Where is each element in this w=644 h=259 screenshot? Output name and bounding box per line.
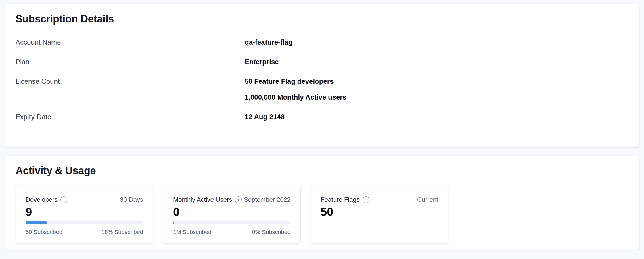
developers-metric-label: Developers [26, 196, 57, 203]
developers-period-label: 30 Days [120, 196, 143, 203]
developers-progress-bar [26, 221, 143, 224]
mau-metric-label: Monthly Active Users [173, 196, 232, 203]
feature-flags-info-icon[interactable]: i [363, 196, 369, 203]
developers-count-value: 9 [26, 205, 143, 219]
mau-count-value: 0 [173, 205, 291, 219]
account-name-value-group: qa-feature-flag [245, 38, 293, 47]
license-count-label: License Count [16, 77, 245, 102]
row-account-name: Account Name qa-feature-flag [16, 38, 629, 47]
account-name-label: Account Name [16, 38, 245, 47]
expiry-date-value: 12 Aug 2148 [245, 113, 285, 121]
mau-subscribed-caption: 1M Subscribed [173, 228, 211, 235]
metric-card-monthly-active-users: Monthly Active Users i September 2022 0 … [163, 185, 301, 244]
plan-value: Enterprise [245, 58, 279, 66]
mau-period-label: September 2022 [244, 196, 291, 203]
metric-cards-row: Developers i 30 Days 9 50 Subscribed 18%… [16, 185, 629, 244]
subscription-details-rows: Account Name qa-feature-flag Plan Enterp… [16, 38, 629, 121]
developers-subscribed-caption: 50 Subscribed [26, 228, 62, 235]
expiry-date-value-group: 12 Aug 2148 [245, 113, 285, 121]
plan-label: Plan [16, 58, 245, 66]
mau-header: Monthly Active Users i September 2022 [173, 196, 291, 203]
developers-info-icon[interactable]: i [60, 196, 67, 203]
feature-flags-title-group: Feature Flags i [321, 196, 369, 203]
subscription-details-card: Subscription Details Account Name qa-fea… [5, 4, 639, 147]
mau-progress-bar [173, 221, 291, 224]
developers-title-group: Developers i [26, 196, 67, 203]
mau-percent-caption: 0% Subscribed [252, 228, 291, 235]
subscription-details-title: Subscription Details [16, 13, 629, 25]
mau-info-icon[interactable]: i [235, 196, 242, 203]
row-plan: Plan Enterprise [16, 58, 629, 66]
mau-progress-fill [173, 221, 174, 224]
expiry-date-label: Expiry Date [16, 113, 245, 121]
row-expiry-date: Expiry Date 12 Aug 2148 [16, 113, 629, 121]
metric-card-feature-flags: Feature Flags i Current 50 [310, 185, 448, 244]
license-count-value-group: 50 Feature Flag developers 1,000,000 Mon… [245, 77, 346, 102]
feature-flags-metric-label: Feature Flags [321, 196, 360, 203]
activity-usage-title: Activity & Usage [16, 164, 629, 177]
feature-flags-period-label: Current [417, 196, 438, 203]
metric-card-developers: Developers i 30 Days 9 50 Subscribed 18%… [16, 185, 153, 244]
mau-title-group: Monthly Active Users i [173, 196, 242, 203]
developers-progress-fill [26, 221, 47, 224]
activity-usage-card: Activity & Usage Developers i 30 Days 9 … [5, 156, 639, 250]
feature-flags-header: Feature Flags i Current [321, 196, 438, 203]
developers-percent-caption: 18% Subscribed [101, 228, 143, 235]
developers-header: Developers i 30 Days [26, 196, 143, 203]
license-count-developers-value: 50 Feature Flag developers [245, 77, 346, 86]
license-count-mau-value: 1,000,000 Monthly Active users [245, 93, 346, 102]
mau-captions: 1M Subscribed 0% Subscribed [173, 228, 291, 235]
developers-captions: 50 Subscribed 18% Subscribed [26, 228, 143, 235]
feature-flags-count-value: 50 [321, 205, 438, 219]
row-license-count: License Count 50 Feature Flag developers… [16, 77, 629, 102]
plan-value-group: Enterprise [245, 58, 279, 66]
account-name-value: qa-feature-flag [245, 38, 293, 47]
